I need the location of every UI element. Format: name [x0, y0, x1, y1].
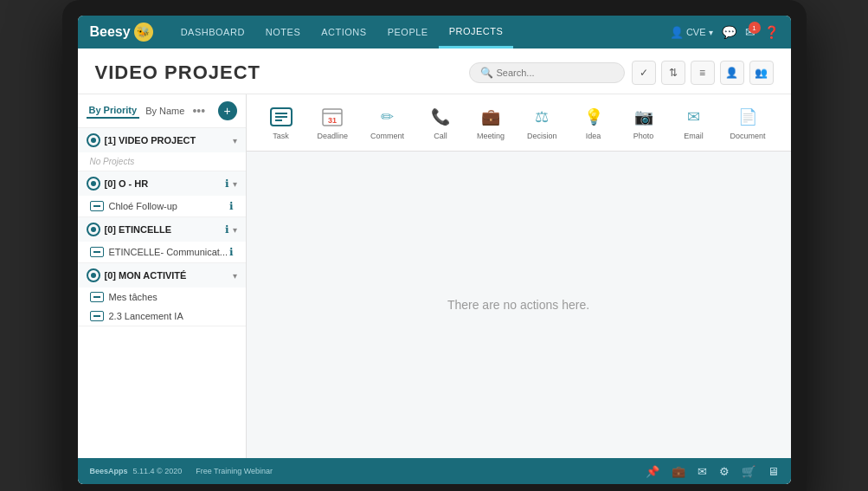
filter-icon-btn[interactable]: ✓	[632, 61, 656, 85]
action-type-task[interactable]: Task	[260, 101, 302, 144]
project-name-hr: [0] O - HR	[105, 178, 225, 189]
bottom-right-icons: 📌 💼 ✉ ⚙ 🛒 🖥	[646, 465, 779, 478]
sidebar: By Priority By Name ••• + [1] VIDEO PROJ…	[78, 94, 247, 458]
document-icon: 📄	[734, 105, 762, 129]
bottom-mail-icon[interactable]: ✉	[698, 465, 707, 478]
project-chevron-activite: ▾	[233, 271, 237, 281]
nav-projects[interactable]: PROJECTS	[439, 16, 514, 48]
bottom-version: 5.11.4 © 2020	[133, 467, 183, 475]
notifications-button[interactable]: ✉ 1	[745, 25, 755, 39]
action-type-call[interactable]: 📞 Call	[420, 101, 461, 144]
sub-item-label-etincelle: ETINCELLE- Communicat...	[109, 247, 228, 257]
task-label: Task	[273, 132, 289, 140]
project-chevron-hr: ▾	[233, 179, 237, 189]
bottom-cart-icon[interactable]: 🛒	[742, 465, 755, 478]
sub-item-icon-mes-taches	[90, 292, 104, 302]
deadline-icon: 31	[318, 105, 346, 129]
bottom-display-icon[interactable]: 🖥	[768, 465, 779, 478]
project-name-etincelle: [0] ETINCELLE	[105, 224, 225, 235]
search-input[interactable]	[497, 68, 614, 78]
content-area: VIDEO PROJECT 🔍 ✓ ⇅ ≡ 👤 👥	[78, 48, 791, 484]
page-header: VIDEO PROJECT 🔍 ✓ ⇅ ≡ 👤 👥	[78, 48, 791, 94]
action-type-email[interactable]: ✉ Email	[673, 101, 715, 144]
project-header-hr[interactable]: [0] O - HR ℹ ▾	[78, 171, 246, 196]
sub-item-icon-etincelle	[90, 247, 104, 257]
tab-by-priority[interactable]: By Priority	[87, 103, 140, 119]
action-type-idea[interactable]: 💡 Idea	[573, 101, 614, 144]
sub-item-info-etincelle[interactable]: ℹ	[229, 246, 234, 258]
action-type-photo[interactable]: 📷 Photo	[623, 101, 665, 144]
meeting-icon: 💼	[477, 105, 505, 129]
idea-label: Idea	[586, 132, 601, 140]
project-group-video: [1] VIDEO PROJECT ▾ No Projects	[78, 128, 246, 171]
nav-links: DASHBOARD NOTES ACTIONS PEOPLE PROJECTS	[170, 16, 670, 48]
action-type-comment[interactable]: ✏ Comment	[363, 101, 411, 144]
email-label: Email	[684, 132, 704, 140]
list-icon-btn[interactable]: ≡	[691, 61, 715, 85]
tab-by-name[interactable]: By Name	[143, 104, 187, 118]
email-icon: ✉	[680, 105, 708, 129]
project-info-hr[interactable]: ℹ	[225, 178, 229, 190]
project-chevron-video: ▾	[233, 136, 237, 145]
nav-actions[interactable]: ACTIONS	[311, 16, 376, 48]
decision-label: Decision	[527, 132, 557, 140]
sort-icon-btn[interactable]: ⇅	[661, 61, 685, 85]
project-chevron-etincelle: ▾	[233, 225, 237, 235]
project-header-video[interactable]: [1] VIDEO PROJECT ▾	[78, 128, 246, 152]
search-box[interactable]: 🔍	[469, 62, 625, 83]
idea-icon: 💡	[580, 105, 608, 129]
group-icon-btn[interactable]: 👥	[749, 61, 774, 85]
messages-button[interactable]: 💬	[722, 25, 736, 39]
sub-item-lancement-ia[interactable]: 2.3 Lancement IA	[78, 307, 246, 326]
project-icon-hr	[87, 177, 100, 191]
sub-item-info-chloe[interactable]: ℹ	[229, 200, 234, 212]
sidebar-more-button[interactable]: •••	[192, 104, 205, 118]
sub-item-etincelle-comm[interactable]: ETINCELLE- Communicat... ℹ	[78, 242, 246, 262]
project-name-video: [1] VIDEO PROJECT	[105, 135, 233, 145]
action-type-decision[interactable]: ⚖ Decision	[520, 101, 564, 144]
sub-item-label-chloe: Chloé Follow-up	[109, 201, 177, 211]
logo-text: Beesy	[90, 24, 131, 40]
project-header-activite[interactable]: [0] MON ACTIVITÉ ▾	[78, 263, 246, 287]
action-type-meeting[interactable]: 💼 Meeting	[470, 101, 511, 144]
share-icon-btn[interactable]: 👤	[720, 61, 744, 85]
project-group-activite: [0] MON ACTIVITÉ ▾ Mes tâches 2.3 Lancem…	[78, 263, 246, 326]
decision-icon: ⚖	[528, 105, 556, 129]
main-content-area: There are no actions here.	[247, 152, 791, 458]
photo-icon: 📷	[630, 105, 658, 129]
action-type-deadline[interactable]: 31 Deadline	[311, 101, 356, 144]
sidebar-toolbar: By Priority By Name ••• +	[78, 94, 246, 128]
sub-item-icon-chloe	[90, 201, 104, 211]
logo: Beesy 🐝	[90, 23, 153, 42]
bottom-pin-icon[interactable]: 📌	[646, 465, 659, 478]
project-group-hr: [0] O - HR ℹ ▾ Chloé Follow-up ℹ	[78, 171, 246, 217]
sidebar-add-button[interactable]: +	[218, 101, 237, 120]
user-menu[interactable]: 👤 CVE ▾	[670, 26, 713, 39]
project-name-activite: [0] MON ACTIVITÉ	[105, 270, 233, 281]
project-icon-etincelle	[87, 223, 100, 236]
sub-item-chloe[interactable]: Chloé Follow-up ℹ	[78, 196, 246, 216]
sub-item-icon-lancement-ia	[90, 311, 104, 321]
nav-right-area: 👤 CVE ▾ 💬 ✉ 1 ❓	[670, 25, 779, 39]
nav-people[interactable]: PEOPLE	[377, 16, 439, 48]
photo-label: Photo	[633, 132, 654, 140]
project-icon-activite	[87, 268, 100, 282]
project-info-etincelle[interactable]: ℹ	[225, 223, 229, 236]
nav-notes[interactable]: NOTES	[255, 16, 311, 48]
project-group-etincelle: [0] ETINCELLE ℹ ▾ ETINCELLE- Communicat.…	[78, 217, 246, 263]
sub-item-mes-taches[interactable]: Mes tâches	[78, 287, 246, 307]
bottom-briefcase-icon[interactable]: 💼	[672, 465, 685, 478]
action-area: Task 31 Deadline	[247, 94, 791, 458]
help-button[interactable]: ❓	[764, 25, 779, 39]
bottom-settings-icon[interactable]: ⚙	[719, 465, 730, 478]
bottom-training-link[interactable]: Free Training Webinar	[196, 467, 273, 475]
project-header-etincelle[interactable]: [0] ETINCELLE ℹ ▾	[78, 217, 246, 242]
header-right: 🔍 ✓ ⇅ ≡ 👤 👥	[469, 61, 774, 85]
sub-item-label-lancement-ia: 2.3 Lancement IA	[109, 311, 183, 321]
comment-icon: ✏	[374, 105, 402, 129]
action-type-document[interactable]: 📄 Document	[723, 101, 773, 144]
search-icon: 🔍	[480, 67, 493, 79]
nav-dashboard[interactable]: DASHBOARD	[170, 16, 255, 48]
bottom-bar: BeesApps 5.11.4 © 2020 Free Training Web…	[78, 458, 791, 484]
no-projects-label: No Projects	[78, 152, 246, 171]
